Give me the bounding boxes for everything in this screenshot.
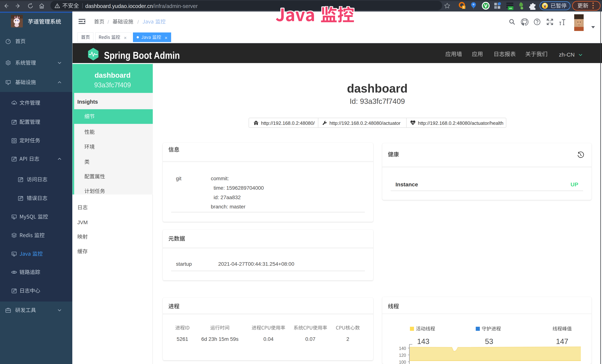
svg-text:1: 1 (463, 6, 464, 9)
svg-text:on: on (509, 7, 512, 10)
